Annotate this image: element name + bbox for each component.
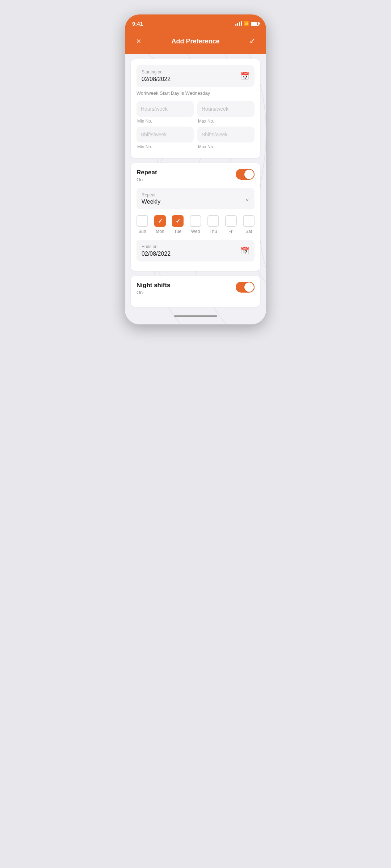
header-title: Add Preference	[171, 38, 219, 45]
day-item-fri[interactable]: Fri	[225, 215, 237, 234]
day-item-mon[interactable]: Mon	[154, 215, 166, 234]
day-label-tue: Tue	[174, 229, 181, 234]
hours-max-label: Max No.	[197, 119, 255, 124]
shifts-inputs: Min No. Max No.	[136, 127, 255, 149]
home-bar	[174, 315, 217, 317]
hours-inputs: Min No. Max No.	[136, 101, 255, 124]
status-bar: 9:41 📶	[125, 14, 266, 30]
shifts-max-group: Max No.	[197, 127, 255, 149]
app-header: × Add Preference ✓	[125, 30, 266, 54]
day-item-tue[interactable]: Tue	[172, 215, 184, 234]
day-item-sat[interactable]: Sat	[243, 215, 255, 234]
ends-on-field[interactable]: Ends on 02/08/2022 📅	[136, 240, 255, 261]
day-item-wed[interactable]: Wed	[190, 215, 201, 234]
ends-on-value: 02/08/2022	[142, 251, 171, 257]
day-checkbox-fri[interactable]	[225, 215, 237, 227]
repeat-section: Repeat On Repeat Weekly ⌄ SunMonTueWedTh…	[131, 163, 260, 271]
status-icons: 📶	[235, 21, 259, 26]
hours-min-label: Min No.	[136, 119, 194, 124]
day-checkbox-thu[interactable]	[207, 215, 219, 227]
wifi-icon: 📶	[244, 21, 249, 26]
night-shifts-header: Night shifts On	[136, 282, 255, 295]
workweek-note: Workweek Start Day is Wednesday	[136, 90, 255, 96]
hours-max-input[interactable]	[197, 101, 255, 117]
day-label-fri: Fri	[228, 229, 234, 234]
repeat-dropdown[interactable]: Repeat Weekly ⌄	[136, 188, 255, 209]
home-indicator	[125, 312, 266, 324]
repeat-toggle[interactable]	[236, 169, 255, 180]
day-selector: SunMonTueWedThuFriSat	[136, 215, 255, 234]
shifts-max-input[interactable]	[197, 127, 255, 142]
night-toggle-thumb	[244, 282, 254, 292]
hours-min-input[interactable]	[136, 101, 194, 117]
day-label-wed: Wed	[191, 229, 200, 234]
night-shifts-title: Night shifts	[136, 282, 171, 289]
day-checkbox-wed[interactable]	[190, 215, 201, 227]
confirm-button[interactable]: ✓	[246, 35, 259, 48]
night-shifts-toggle[interactable]	[236, 282, 255, 293]
day-label-sun: Sun	[138, 229, 146, 234]
hours-min-group: Min No.	[136, 101, 194, 124]
starting-on-value: 02/08/2022	[142, 76, 171, 82]
main-content: Starting on 02/08/2022 📅 Workweek Start …	[125, 59, 266, 307]
phone-frame: 9:41 📶 × Add Preference ✓ Starting on	[125, 14, 266, 324]
ends-on-label: Ends on	[142, 244, 171, 249]
ends-on-calendar-icon: 📅	[240, 246, 249, 255]
day-item-thu[interactable]: Thu	[207, 215, 219, 234]
starting-on-card: Starting on 02/08/2022 📅 Workweek Start …	[131, 59, 260, 158]
day-label-sat: Sat	[245, 229, 252, 234]
shifts-min-group: Min No.	[136, 127, 194, 149]
day-checkbox-sat[interactable]	[243, 215, 255, 227]
repeat-header: Repeat On	[136, 169, 255, 182]
dropdown-value: Weekly	[142, 199, 160, 205]
repeat-subtitle: On	[136, 177, 157, 182]
day-checkbox-sun[interactable]	[136, 215, 148, 227]
starting-on-label: Starting on	[142, 69, 171, 75]
starting-on-field[interactable]: Starting on 02/08/2022 📅	[136, 65, 255, 87]
repeat-title: Repeat	[136, 169, 157, 176]
hours-max-group: Max No.	[197, 101, 255, 124]
day-checkbox-mon[interactable]	[154, 215, 166, 227]
night-shifts-subtitle: On	[136, 290, 171, 295]
chevron-down-icon: ⌄	[245, 195, 249, 202]
calendar-icon: 📅	[240, 72, 249, 80]
toggle-thumb	[244, 170, 254, 179]
shifts-min-input[interactable]	[136, 127, 194, 142]
day-label-mon: Mon	[156, 229, 164, 234]
day-label-thu: Thu	[210, 229, 217, 234]
signal-icon	[235, 21, 242, 26]
night-shifts-section: Night shifts On	[131, 276, 260, 307]
status-time: 9:41	[132, 21, 143, 27]
close-button[interactable]: ×	[132, 35, 145, 48]
battery-icon	[251, 22, 259, 26]
shifts-max-label: Max No.	[197, 144, 255, 149]
day-item-sun[interactable]: Sun	[136, 215, 148, 234]
dropdown-label: Repeat	[142, 192, 160, 197]
shifts-min-label: Min No.	[136, 144, 194, 149]
day-checkbox-tue[interactable]	[172, 215, 184, 227]
